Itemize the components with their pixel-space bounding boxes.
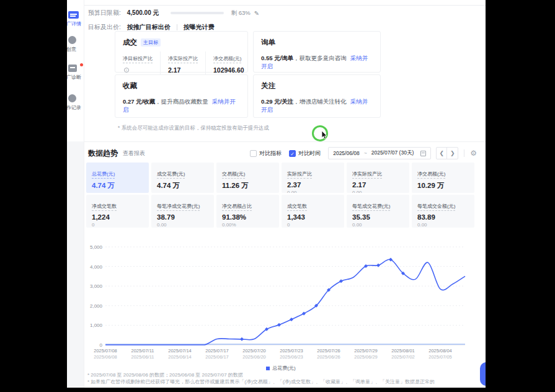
goal-cards-grid: 成交 主目标 净目标投产比i 2.45 ✎ 净实际投产比 2.17 [115, 31, 381, 118]
notification-dot [80, 63, 83, 66]
metric-card[interactable]: 净交易额占比91.38%0.00% [216, 195, 279, 228]
settings-gear-icon[interactable]: ⚙ [470, 149, 477, 158]
budget-row: 预算日限额: 4,500.00 元 剩 63% ✎ [88, 9, 259, 17]
metric-card[interactable]: 每笔净成交花费(元)38.790.00 [151, 195, 214, 228]
diagnosis-icon [68, 65, 77, 72]
goal-metric-label: 净交易额(元) [213, 55, 241, 63]
svg-text:2025/06/26: 2025/06/26 [317, 354, 340, 360]
mini-sidebar: 广详情 创意 广诊断 作记录 [67, 0, 84, 388]
legend-color-swatch [266, 367, 270, 370]
budget-value: 4,500.00 元 [127, 9, 159, 17]
chart-footnotes: * 2025/07/08 至 2025/08/06 的数据；2025/06/08… [87, 372, 435, 385]
svg-text:2025/07/05: 2025/07/05 [428, 354, 452, 360]
svg-text:2025/06/17: 2025/06/17 [205, 354, 229, 360]
svg-text:2025/07/02: 2025/07/02 [391, 354, 415, 360]
calendar-icon [420, 151, 426, 156]
metric-card[interactable]: 每笔成交花费(元)35.350.00 [347, 195, 409, 228]
sidebar-item-diagnosis[interactable]: 广诊断 [67, 65, 84, 81]
goal-metric-label: 净目标投产比 [123, 55, 153, 63]
svg-text:2025/07/17: 2025/07/17 [205, 348, 229, 354]
svg-text:2025/06/14: 2025/06/14 [168, 354, 192, 360]
svg-text:2025/07/08: 2025/07/08 [94, 348, 117, 354]
footnote: * 2025/07/08 至 2025/08/06 的数据；2025/06/08… [87, 372, 435, 378]
svg-text:2,000: 2,000 [90, 303, 103, 309]
goal-title: 关注 [261, 81, 373, 91]
prev-period-button[interactable]: ❮ [437, 148, 447, 159]
sidebar-item-label: 广诊断 [67, 74, 84, 81]
svg-text:2025/07/20: 2025/07/20 [242, 348, 266, 354]
edit-budget-icon[interactable]: ✎ [254, 10, 259, 17]
date-nav-group: ❮ ❯ [436, 147, 458, 159]
metric-card[interactable]: 实际投产比2.370.00 [282, 163, 344, 193]
tab-bid-by-goal[interactable]: 按推广目标出价 [127, 23, 171, 32]
metric-card[interactable]: 总花费(元)4.74 万0.00 [86, 163, 149, 193]
svg-text:2025/06/08: 2025/06/08 [94, 354, 117, 360]
date-end: 2025/07/07 (30天) [371, 149, 414, 157]
goal-card-follow[interactable]: 关注 0.29 元/关注，增强店铺关注转化采纳并开启 [253, 74, 381, 118]
compare-time-checkbox[interactable]: ✓ [289, 150, 296, 157]
info-icon[interactable]: i [124, 68, 129, 73]
budget-progress-bar[interactable] [171, 12, 224, 14]
mouse-cursor-icon [321, 131, 329, 140]
trend-title: 数据趋势 [88, 148, 118, 159]
sidebar-item-label: 创意 [67, 46, 84, 53]
svg-text:5,000: 5,000 [90, 244, 103, 250]
goal-desc-line: 0.27 元/收藏，提升商品收藏数量采纳并开启 [123, 98, 240, 114]
svg-text:0: 0 [100, 342, 103, 348]
sidebar-item-label: 广详情 [67, 20, 84, 27]
date-separator: ~ [364, 150, 367, 156]
next-period-button[interactable]: ❯ [447, 148, 458, 159]
sidebar-item-records[interactable]: 作记录 [67, 94, 84, 111]
sidebar-item-promotion-detail[interactable]: 广详情 [67, 11, 84, 27]
metric-card[interactable]: 成交笔数1,3430 [282, 195, 344, 228]
section-divider [84, 141, 486, 142]
goal-metric-label: 净实际投产比 [168, 55, 198, 63]
date-start: 2025/06/08 [333, 150, 360, 156]
toolbar-divider [464, 149, 464, 157]
legend-label: 总花费(元) [272, 365, 295, 371]
svg-text:3,000: 3,000 [90, 283, 103, 289]
footnote: * 如果推广在暂停或删除前已经获得了曝光，那么在暂停或重建后展示「(净)交易额」… [87, 378, 435, 385]
metric-card[interactable]: 净实际投产比2.170.00 [347, 163, 409, 193]
svg-text:2025/06/11: 2025/06/11 [131, 354, 154, 360]
sidebar-item-creative[interactable]: 创意 [67, 36, 84, 53]
goal-card-deal[interactable]: 成交 主目标 净目标投产比i 2.45 ✎ 净实际投产比 2.17 [115, 31, 248, 73]
budget-label: 预算日限额: [88, 9, 121, 17]
sidebar-item-label: 作记录 [67, 104, 84, 111]
promotion-detail-icon [68, 11, 79, 19]
goal-title: 询单 [261, 38, 373, 47]
compare-metric-checkbox[interactable] [250, 150, 257, 157]
svg-text:2025/07/23: 2025/07/23 [280, 348, 303, 354]
svg-text:2025/07/29: 2025/07/29 [354, 348, 378, 354]
tab-bid-by-impression[interactable]: 按曝光计费 [184, 23, 215, 32]
metric-card[interactable]: 交易额(元)11.26 万0.00 [216, 163, 279, 193]
svg-text:2025/06/20: 2025/06/20 [242, 354, 266, 360]
svg-text:1,000: 1,000 [90, 323, 103, 328]
svg-text:2025/07/26: 2025/07/26 [317, 348, 340, 354]
svg-text:4,000: 4,000 [90, 264, 103, 270]
svg-text:2025/06/29: 2025/06/29 [354, 354, 378, 360]
date-range-picker[interactable]: 2025/06/08 ~ 2025/07/07 (30天) [328, 147, 431, 159]
goal-metric-value: 2.17 [168, 66, 198, 74]
compare-metric-label: 对比指标 [259, 149, 282, 158]
sidebar-lower-band [67, 141, 84, 388]
floating-side-button[interactable] [480, 362, 486, 386]
app-window: 广详情 创意 广诊断 作记录 预算日限额: 4,500.00 元 [67, 0, 486, 388]
trend-chart-area: 01,0002,0003,0004,0005,0002025/07/082025… [84, 241, 481, 365]
metric-card[interactable]: 净成交笔数1,2240 [86, 195, 149, 228]
goal-card-inquiry[interactable]: 询单 0.55 元/询单，获取更多意向咨询采纳并开启 [253, 31, 381, 73]
goal-card-favorite[interactable]: 收藏 0.27 元/收藏，提升商品收藏数量采纳并开启 [115, 74, 248, 118]
trend-chart[interactable]: 01,0002,0003,0004,0005,0002025/07/082025… [84, 241, 481, 365]
metric-card[interactable]: 成交花费(元)4.74 万0.00 [151, 163, 214, 193]
view-report-link[interactable]: 查看报表 [123, 149, 145, 158]
screenshot-stage: 广详情 创意 广诊断 作记录 预算日限额: 4,500.00 元 [0, 0, 555, 392]
metric-card[interactable]: 净交易额(元)10.29 万0.00 [412, 163, 474, 193]
svg-text:2025/08/04: 2025/08/04 [428, 348, 452, 354]
compare-time-label: 对比时间 [298, 149, 321, 158]
metric-card[interactable]: 每笔成交金额(元)83.890.00 [412, 195, 474, 228]
budget-remaining: 剩 63% [231, 9, 251, 17]
bidding-label: 目标及出价: [88, 23, 121, 32]
goal-desc-line: 0.29 元/关注，增强店铺关注转化采纳并开启 [261, 98, 373, 114]
goal-metric-value: 102946.60 [213, 66, 244, 74]
svg-text:2025/08/01: 2025/08/01 [391, 348, 415, 354]
